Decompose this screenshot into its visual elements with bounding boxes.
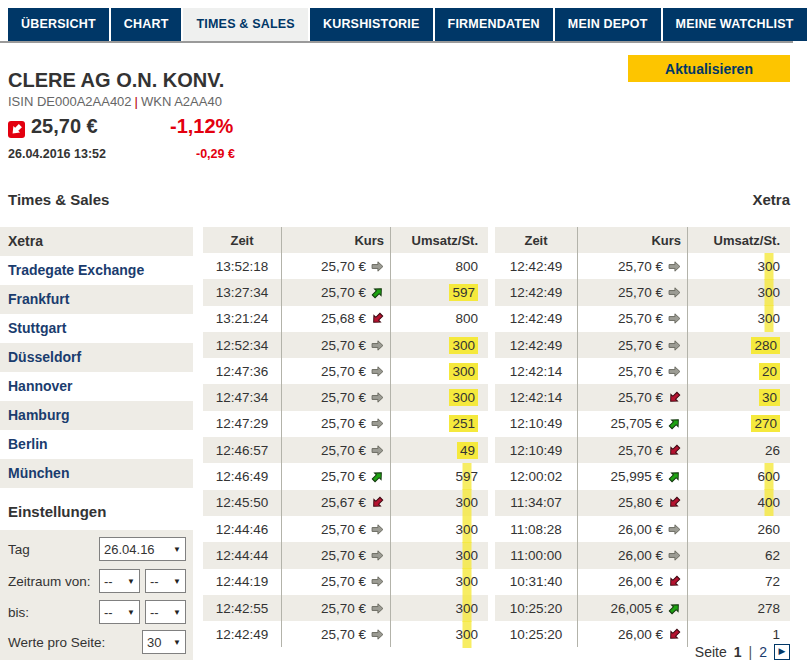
trade-price: 25,67 € (281, 490, 390, 516)
per-page-label: Werte pro Seite: (8, 635, 105, 650)
trade-row: 12:47:3425,70 €300 (203, 384, 488, 410)
trade-volume: 300 (390, 384, 488, 410)
price-unchanged-arrow-icon (371, 549, 384, 562)
highlight-mark: 600 (757, 469, 780, 484)
trade-time: 12:47:36 (203, 358, 281, 384)
trade-row: 13:52:1825,70 €800 (203, 253, 488, 279)
trade-volume: 300 (390, 542, 488, 568)
price-unchanged-arrow-icon (668, 312, 681, 325)
tab-chart[interactable]: CHART (111, 8, 182, 41)
chevron-down-icon: ▼ (127, 608, 135, 617)
sidebar-item-frankfurt[interactable]: Frankfurt (0, 285, 193, 314)
trade-row: 12:44:4625,70 €300 (203, 516, 488, 542)
from-hour-select[interactable]: -- ▼ (99, 569, 140, 593)
pagination-page-2-link[interactable]: 2 (759, 644, 767, 660)
per-page-select[interactable]: 30 ▼ (142, 630, 186, 654)
volume-value: 26 (765, 443, 780, 458)
sidebar-item-duesseldorf[interactable]: Düsseldorf (0, 343, 193, 372)
price-unchanged-arrow-icon (371, 339, 384, 352)
trade-row: 12:52:3425,70 €300 (203, 332, 488, 358)
to-hour-value: -- (104, 605, 113, 620)
trade-volume: 300 (390, 621, 488, 647)
settings-row-from: Zeitraum von: -- ▼ -- ▼ (8, 569, 186, 593)
sidebar-item-stuttgart[interactable]: Stuttgart (0, 314, 193, 343)
highlight-mark: 300 (449, 337, 478, 354)
trade-row: 13:27:3425,70 €597 (203, 279, 488, 305)
trade-row: 10:25:2026,005 €278 (495, 595, 790, 621)
price-down-arrow-icon (668, 628, 681, 641)
highlight-mark: 300 (455, 574, 478, 589)
next-page-icon[interactable]: ▶ (774, 644, 790, 660)
trade-row: 11:00:0026,00 €62 (495, 542, 790, 568)
trade-price: 25,70 € (281, 411, 390, 437)
tag-select[interactable]: 26.04.16 ▼ (99, 537, 186, 561)
table-body: 13:52:1825,70 €80013:27:3425,70 €59713:2… (203, 253, 488, 647)
trade-volume: 597 (390, 463, 488, 489)
settings-row-to: bis: -- ▼ -- ▼ (8, 600, 186, 624)
column-header-kurs: Kurs (281, 227, 390, 253)
to-minute-select[interactable]: -- ▼ (145, 600, 186, 624)
highlight-mark: 400 (757, 495, 780, 510)
trade-price: 25,70 € (281, 463, 390, 489)
highlight-mark: 20 (759, 363, 780, 380)
trade-time: 12:42:14 (495, 384, 577, 410)
trade-time: 12:10:49 (495, 437, 577, 463)
price-down-arrow-icon (668, 575, 681, 588)
trade-time: 10:25:20 (495, 595, 577, 621)
tab-uebersicht[interactable]: ÜBERSICHT (8, 8, 109, 41)
column-header-zeit: Zeit (203, 227, 281, 253)
trade-time: 12:42:49 (495, 279, 577, 305)
trade-row: 11:08:2826,00 €260 (495, 516, 790, 542)
sidebar-item-xetra[interactable]: Xetra (0, 227, 193, 256)
column-header-umsatz: Umsatz/St. (390, 227, 488, 253)
trade-volume: 30 (687, 384, 790, 410)
trade-row: 11:34:0725,80 €400 (495, 490, 790, 516)
highlight-mark: 300 (449, 363, 478, 380)
to-hour-select[interactable]: -- ▼ (99, 600, 140, 624)
sidebar-item-tradegate-exchange[interactable]: Tradegate Exchange (0, 256, 193, 285)
price-trend-down-icon (8, 121, 25, 142)
trade-row: 12:42:5525,70 €300 (203, 595, 488, 621)
sidebar-item-hannover[interactable]: Hannover (0, 372, 193, 401)
trade-volume: 300 (390, 516, 488, 542)
settings-panel: Tag 26.04.16 ▼ Zeitraum von: -- ▼ -- ▼ b… (0, 530, 193, 660)
sidebar-item-berlin[interactable]: Berlin (0, 430, 193, 459)
trade-row: 12:42:1425,70 €20 (495, 358, 790, 384)
trade-row: 12:42:4925,70 €300 (495, 279, 790, 305)
page-title: CLERE AG O.N. KONV. (8, 69, 224, 92)
chevron-down-icon: ▼ (173, 577, 181, 586)
trade-volume: 300 (390, 332, 488, 358)
tab-firmendaten[interactable]: FIRMENDATEN (435, 8, 553, 41)
trade-price: 25,70 € (577, 253, 687, 279)
price-unchanged-arrow-icon (668, 260, 681, 273)
to-minute-value: -- (150, 605, 159, 620)
trade-row: 12:46:5725,70 €49 (203, 437, 488, 463)
trade-time: 12:47:29 (203, 411, 281, 437)
trade-row: 12:00:0225,995 €600 (495, 463, 790, 489)
from-minute-select[interactable]: -- ▼ (145, 569, 186, 593)
price-unchanged-arrow-icon (371, 417, 384, 430)
trade-row: 12:10:4925,70 €26 (495, 437, 790, 463)
refresh-button[interactable]: Aktualisieren (628, 55, 790, 82)
trade-row: 12:10:4925,705 €270 (495, 411, 790, 437)
sidebar-item-muenchen[interactable]: München (0, 459, 193, 488)
trade-row: 12:42:4925,70 €300 (495, 253, 790, 279)
trade-price: 25,995 € (577, 463, 687, 489)
tab-kurshistorie[interactable]: KURSHISTORIE (310, 8, 433, 41)
trade-volume: 300 (390, 569, 488, 595)
price-unchanged-arrow-icon (371, 575, 384, 588)
settings-heading: Einstellungen (8, 503, 106, 520)
price-unchanged-arrow-icon (668, 365, 681, 378)
trade-row: 12:42:4925,70 €280 (495, 332, 790, 358)
trade-price: 25,70 € (281, 516, 390, 542)
tab-meine-watchlist[interactable]: MEINE WATCHLIST (663, 8, 807, 41)
trade-price: 26,005 € (577, 595, 687, 621)
tab-times-and-sales[interactable]: TIMES & SALES (183, 8, 307, 41)
price-unchanged-arrow-icon (668, 549, 681, 562)
tag-label: Tag (8, 542, 30, 557)
trade-time: 12:42:14 (495, 358, 577, 384)
trade-time: 13:27:34 (203, 279, 281, 305)
sidebar-item-hamburg[interactable]: Hamburg (0, 401, 193, 430)
trade-time: 12:52:34 (203, 332, 281, 358)
tab-mein-depot[interactable]: MEIN DEPOT (555, 8, 661, 41)
